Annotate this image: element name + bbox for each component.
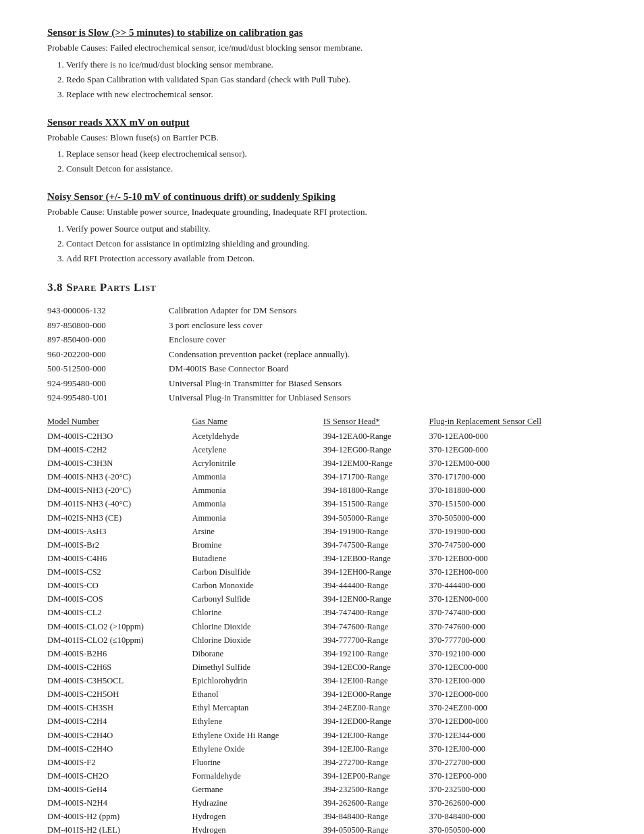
table-cell: Ethylene Oxide xyxy=(192,742,323,756)
table-cell: 370-12EJ00-000 xyxy=(429,742,597,756)
table-cell: 370-747400-000 xyxy=(429,606,597,619)
step-item: Replace with new electrochemical sensor. xyxy=(66,87,597,102)
table-cell: DM-400IS-CLO2 (>10ppm) xyxy=(47,620,192,633)
table-cell: 370-747600-000 xyxy=(429,620,597,633)
table-row: DM-400IS-CH2OFormaldehyde394-12EP00-Rang… xyxy=(47,769,597,783)
table-cell: DM-400IS-B2H6 xyxy=(47,647,192,660)
table-cell: 370-12EO00-000 xyxy=(429,687,597,701)
table-cell: 370-848400-000 xyxy=(429,810,597,823)
table-cell: DM-400IS-C2H3O xyxy=(47,429,192,443)
table-cell: DM-400IS-C3H5OCL xyxy=(47,674,192,687)
table-cell: DM-400IS-CO xyxy=(47,579,192,592)
table-cell: 394-12EC00-Range xyxy=(323,660,429,674)
table-cell: 394-747500-Range xyxy=(323,538,429,552)
table-row: DM-400IS-C2H3OAcetyldehyde394-12EA00-Ran… xyxy=(47,429,597,443)
parts-row: 924-995480-U01Universal Plug-in Transmit… xyxy=(47,391,597,405)
table-cell: 394-505000-Range xyxy=(323,511,429,525)
section-title: Noisy Sensor (+/- 5-10 mV of continuous … xyxy=(47,191,597,203)
table-row: DM-400IS-C4H6Butadiene394-12EB00-Range37… xyxy=(47,552,597,565)
table-row: DM-401IS-H2 (LEL)Hydrogen394-050500-Rang… xyxy=(47,823,597,834)
table-cell: DM-400IS-GeH4 xyxy=(47,783,192,796)
table-row: DM-400IS-F2Fluorine394-272700-Range370-2… xyxy=(47,756,597,769)
section-sensor-xxx: Sensor reads XXX mV on outputProbable Ca… xyxy=(47,117,597,177)
parts-list: 943-000006-132Calibration Adapter for DM… xyxy=(47,304,597,405)
section-sensor-slow: Sensor is Slow (>> 5 minutes) to stabili… xyxy=(47,27,597,102)
table-cell: 394-12EH00-Range xyxy=(323,565,429,579)
table-cell: 394-192100-Range xyxy=(323,647,429,660)
table-cell: 370-192100-000 xyxy=(429,647,597,660)
table-cell: 394-12EJ00-Range xyxy=(323,742,429,756)
part-number: 943-000006-132 xyxy=(47,304,169,317)
table-cell: 394-171700-Range xyxy=(323,470,429,484)
table-cell: Epichlorohydrin xyxy=(192,674,323,687)
steps-list: Replace sensor head (keep electrochemica… xyxy=(66,147,597,176)
table-cell: DM-400IS-NH3 (-20°C) xyxy=(47,470,192,484)
table-cell: Hydrazine xyxy=(192,796,323,810)
table-row: DM-400IS-C2H4OEthylene Oxide Hi Range394… xyxy=(47,729,597,742)
probable-cause: Probable Causes: Blown fuse(s) on Barrie… xyxy=(47,131,597,145)
table-header: Gas Name xyxy=(192,417,323,429)
table-cell: DM-400IS-H2 (ppm) xyxy=(47,810,192,823)
table-row: DM-400IS-COSCarbonyl Sulfide394-12EN00-R… xyxy=(47,592,597,606)
table-row: DM-400IS-C2H2Acetylene394-12EG00-Range37… xyxy=(47,443,597,457)
table-cell: DM-400IS-N2H4 xyxy=(47,796,192,810)
table-cell: 370-12ED00-000 xyxy=(429,714,597,728)
table-cell: 370-505000-000 xyxy=(429,511,597,525)
table-header: Plug-in Replacement Sensor Cell xyxy=(429,417,597,429)
table-cell: DM-401IS-CLO2 (≤10ppm) xyxy=(47,633,192,647)
table-cell: 394-12EN00-Range xyxy=(323,592,429,606)
table-cell: DM-400IS-Br2 xyxy=(47,538,192,552)
table-cell: Butadiene xyxy=(192,552,323,565)
parts-row: 924-995480-000Universal Plug-in Transmit… xyxy=(47,377,597,390)
table-cell: 370-171700-000 xyxy=(429,470,597,484)
table-cell: Chlorine Dioxide xyxy=(192,620,323,633)
section-title: Sensor reads XXX mV on output xyxy=(47,117,597,128)
part-description: Calibration Adapter for DM Sensors xyxy=(169,304,597,317)
table-cell: 394-262600-Range xyxy=(323,796,429,810)
table-cell: Carbonyl Sulfide xyxy=(192,592,323,606)
step-item: Add RFI Protection accessory available f… xyxy=(66,251,597,266)
table-row: DM-400IS-C2H4Ethylene394-12ED00-Range370… xyxy=(47,714,597,728)
parts-row: 897-850400-000Enclosure cover xyxy=(47,333,597,346)
table-cell: 370-444400-000 xyxy=(429,579,597,592)
part-number: 960-202200-000 xyxy=(47,348,169,361)
table-cell: DM-400IS-C2H6S xyxy=(47,660,192,674)
table-row: DM-400IS-C3H5OCLEpichlorohydrin394-12EI0… xyxy=(47,674,597,687)
table-cell: 370-12EM00-000 xyxy=(429,457,597,470)
table-cell: 394-777700-Range xyxy=(323,633,429,647)
table-row: DM-400IS-CL2Chlorine394-747400-Range370-… xyxy=(47,606,597,619)
part-number: 924-995480-000 xyxy=(47,377,169,390)
table-cell: DM-400IS-CS2 xyxy=(47,565,192,579)
table-row: DM-400IS-H2 (ppm)Hydrogen394-848400-Rang… xyxy=(47,810,597,823)
part-description: Universal Plug-in Transmitter for Unbias… xyxy=(169,391,597,405)
table-cell: Ethanol xyxy=(192,687,323,701)
table-cell: Fluorine xyxy=(192,756,323,769)
table-row: DM-400IS-Br2Bromine394-747500-Range370-7… xyxy=(47,538,597,552)
table-cell: 370-272700-000 xyxy=(429,756,597,769)
table-cell: DM-400IS-CL2 xyxy=(47,606,192,619)
table-row: DM-400IS-NH3 (-20°C)Ammonia394-181800-Ra… xyxy=(47,484,597,497)
table-cell: DM-400IS-COS xyxy=(47,592,192,606)
table-cell: DM-400IS-C2H4 xyxy=(47,714,192,728)
table-cell: DM-400IS-AsH3 xyxy=(47,525,192,538)
table-cell: DM-400IS-F2 xyxy=(47,756,192,769)
table-cell: DM-402IS-NH3 (CE) xyxy=(47,511,192,525)
table-cell: 394-12EB00-Range xyxy=(323,552,429,565)
table-cell: DM-400IS-C2H4O xyxy=(47,742,192,756)
table-cell: Hydrogen xyxy=(192,810,323,823)
table-cell: 370-12EG00-000 xyxy=(429,443,597,457)
table-row: DM-400IS-NH3 (-20°C)Ammonia394-171700-Ra… xyxy=(47,470,597,484)
table-cell: 370-12EA00-000 xyxy=(429,429,597,443)
step-item: Replace sensor head (keep electrochemica… xyxy=(66,147,597,161)
table-cell: 370-12EP00-000 xyxy=(429,769,597,783)
table-cell: Ammonia xyxy=(192,470,323,484)
table-cell: 370-151500-000 xyxy=(429,497,597,511)
table-cell: Carbon Disulfide xyxy=(192,565,323,579)
step-item: Contact Detcon for assistance in optimiz… xyxy=(66,236,597,251)
table-cell: Ethylene xyxy=(192,714,323,728)
step-item: Verify there is no ice/mud/dust blocking… xyxy=(66,57,597,72)
step-item: Redo Span Calibration with validated Spa… xyxy=(66,72,597,87)
table-row: DM-400IS-B2H6Diborane394-192100-Range370… xyxy=(47,647,597,660)
table-cell: 370-181800-000 xyxy=(429,484,597,497)
table-row: DM-402IS-NH3 (CE)Ammonia394-505000-Range… xyxy=(47,511,597,525)
